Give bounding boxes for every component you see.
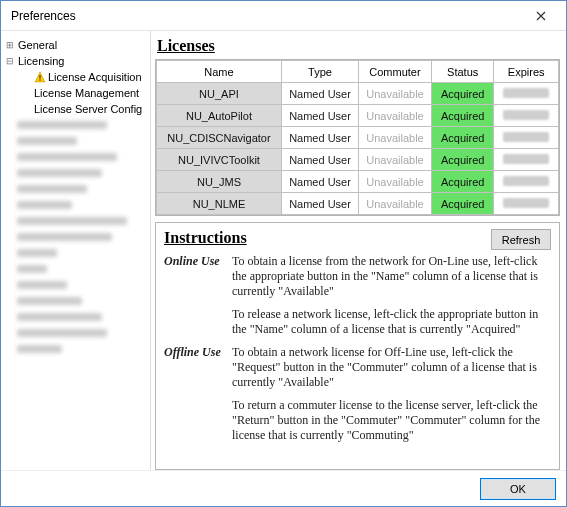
table-row: NU_IVIVCToolkitNamed UserUnavailableAcqu… (157, 149, 559, 171)
preferences-window: Preferences ⊞ General ⊟ Licensing Licens… (0, 0, 567, 507)
license-name-button[interactable]: NU_CDISCNavigator (157, 127, 282, 149)
close-icon (536, 11, 546, 21)
license-commuter: Unavailable (359, 171, 432, 193)
license-status: Acquired (431, 105, 493, 127)
tree-item-redacted (3, 229, 148, 245)
license-commuter: Unavailable (359, 105, 432, 127)
license-status: Acquired (431, 171, 493, 193)
instruction-row: Offline UseTo obtain a network license f… (164, 345, 551, 390)
license-commuter: Unavailable (359, 127, 432, 149)
license-type: Named User (281, 127, 358, 149)
license-commuter: Unavailable (359, 193, 432, 215)
tree-item-license-management[interactable]: License Management (3, 85, 148, 101)
tree-item-redacted (3, 309, 148, 325)
tree-item-license-acquisition[interactable]: License Acquisition (3, 69, 148, 85)
license-expires (494, 193, 559, 215)
license-commuter: Unavailable (359, 149, 432, 171)
tree-item-redacted (3, 341, 148, 357)
tree-label: Licensing (17, 53, 64, 69)
instruction-label (164, 398, 232, 443)
tree-item-redacted (3, 133, 148, 149)
table-row: NU_CDISCNavigatorNamed UserUnavailableAc… (157, 127, 559, 149)
instruction-label: Offline Use (164, 345, 232, 390)
tree-item-redacted (3, 277, 148, 293)
close-button[interactable] (524, 3, 558, 29)
tree-item-redacted (3, 245, 148, 261)
svg-rect-2 (39, 79, 40, 80)
refresh-button[interactable]: Refresh (491, 229, 551, 250)
expand-icon[interactable]: ⊞ (3, 37, 17, 53)
svg-rect-1 (39, 75, 40, 79)
table-row: NU_APINamed UserUnavailableAcquired (157, 83, 559, 105)
tree-label: License Acquisition (47, 69, 142, 85)
license-expires (494, 127, 559, 149)
instruction-text: To release a network license, left-click… (232, 307, 551, 337)
titlebar: Preferences (1, 1, 566, 31)
tree-item-redacted (3, 325, 148, 341)
license-status: Acquired (431, 127, 493, 149)
instruction-label (164, 307, 232, 337)
tree-item-redacted (3, 261, 148, 277)
licenses-heading: Licenses (157, 37, 558, 55)
main-panel: Licenses Name Type Commuter Status (151, 31, 566, 470)
table-header-row: Name Type Commuter Status Expires (157, 61, 559, 83)
license-expires (494, 171, 559, 193)
warning-icon (33, 70, 47, 84)
footer: OK (1, 470, 566, 506)
instructions-heading: Instructions (164, 229, 247, 247)
instruction-row: To return a commuter license to the lice… (164, 398, 551, 443)
instruction-row: To release a network license, left-click… (164, 307, 551, 337)
table-row: NU_JMSNamed UserUnavailableAcquired (157, 171, 559, 193)
instructions-panel: Instructions Refresh Online UseTo obtain… (155, 222, 560, 470)
license-name-button[interactable]: NU_API (157, 83, 282, 105)
instruction-text: To return a commuter license to the lice… (232, 398, 551, 443)
license-expires (494, 105, 559, 127)
license-type: Named User (281, 193, 358, 215)
collapse-icon[interactable]: ⊟ (3, 53, 17, 69)
body: ⊞ General ⊟ Licensing License Acquisitio… (1, 31, 566, 470)
license-name-button[interactable]: NU_IVIVCToolkit (157, 149, 282, 171)
col-commuter[interactable]: Commuter (359, 61, 432, 83)
tree-item-redacted (3, 197, 148, 213)
tree-item-redacted (3, 293, 148, 309)
license-status: Acquired (431, 83, 493, 105)
license-status: Acquired (431, 193, 493, 215)
tree-item-redacted (3, 165, 148, 181)
ok-button[interactable]: OK (480, 478, 556, 500)
tree-label: License Server Config (33, 101, 142, 117)
tree-label: General (17, 37, 57, 53)
licenses-table: Name Type Commuter Status Expires NU_API… (156, 60, 559, 215)
licenses-scroll[interactable]: Name Type Commuter Status Expires NU_API… (156, 60, 559, 215)
instruction-row: Online UseTo obtain a license from the n… (164, 254, 551, 299)
instruction-label: Online Use (164, 254, 232, 299)
tree-item-redacted (3, 213, 148, 229)
col-type[interactable]: Type (281, 61, 358, 83)
tree-item-licensing[interactable]: ⊟ Licensing (3, 53, 148, 69)
tree-item-redacted (3, 181, 148, 197)
tree-item-redacted (3, 117, 148, 133)
tree-item-redacted (3, 149, 148, 165)
nav-tree: ⊞ General ⊟ Licensing License Acquisitio… (1, 31, 151, 470)
license-name-button[interactable]: NU_NLME (157, 193, 282, 215)
tree-item-license-server-config[interactable]: License Server Config (3, 101, 148, 117)
instruction-text: To obtain a license from the network for… (232, 254, 551, 299)
col-status[interactable]: Status (431, 61, 493, 83)
table-row: NU_AutoPilotNamed UserUnavailableAcquire… (157, 105, 559, 127)
license-type: Named User (281, 149, 358, 171)
col-name[interactable]: Name (157, 61, 282, 83)
license-name-button[interactable]: NU_AutoPilot (157, 105, 282, 127)
licenses-table-wrap: Name Type Commuter Status Expires NU_API… (155, 59, 560, 216)
table-row: NU_NLMENamed UserUnavailableAcquired (157, 193, 559, 215)
license-type: Named User (281, 171, 358, 193)
license-type: Named User (281, 105, 358, 127)
license-commuter: Unavailable (359, 83, 432, 105)
col-expires[interactable]: Expires (494, 61, 559, 83)
tree-label: License Management (33, 85, 139, 101)
instruction-text: To obtain a network license for Off-Line… (232, 345, 551, 390)
license-status: Acquired (431, 149, 493, 171)
tree-item-general[interactable]: ⊞ General (3, 37, 148, 53)
license-expires (494, 149, 559, 171)
license-name-button[interactable]: NU_JMS (157, 171, 282, 193)
license-expires (494, 83, 559, 105)
window-title: Preferences (11, 9, 76, 23)
